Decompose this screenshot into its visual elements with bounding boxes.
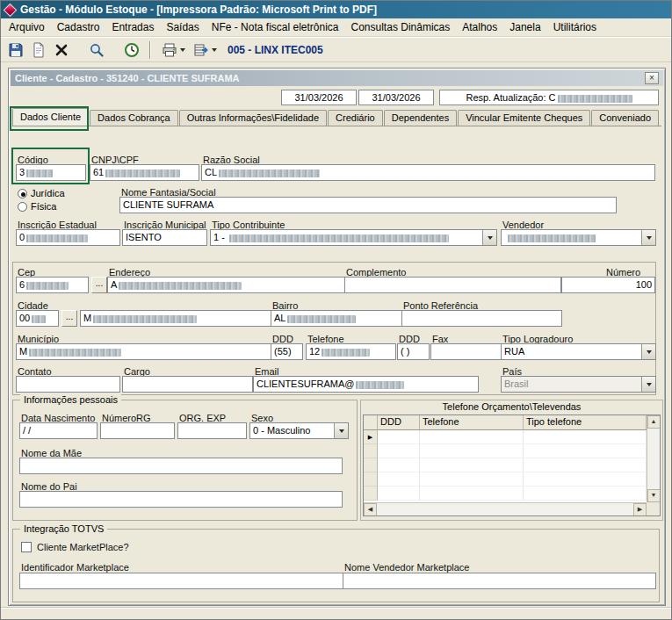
scroll-down-button[interactable]: ▼ — [647, 489, 661, 502]
telefone-field[interactable]: 12 — [306, 343, 396, 360]
cell — [420, 430, 524, 444]
nome-pai-field[interactable] — [19, 491, 343, 508]
numero-rg-field[interactable] — [100, 422, 175, 439]
redacted-text — [26, 282, 69, 290]
scroll-up-button[interactable]: ▲ — [647, 415, 661, 429]
grid-col-ddd: DDD — [378, 415, 420, 430]
inscricao-estadual-field[interactable]: 0 — [16, 229, 120, 246]
cell — [378, 430, 420, 444]
email-field[interactable]: CLIENTESUFRAMA@ — [253, 376, 479, 393]
grid-horizontal-scrollbar[interactable]: ◀ ▶ — [364, 502, 647, 515]
menu-janela[interactable]: Janela — [503, 19, 546, 35]
tab-dependentes[interactable]: Dependentes — [384, 110, 457, 126]
radio-fisica-label: Física — [31, 201, 56, 212]
combo-dropdown-button[interactable] — [482, 230, 496, 245]
redacted-text — [356, 381, 404, 389]
identificador-marketplace-label: Identificador Marketplace — [21, 562, 129, 573]
toolbar: 005 - LINX ITEC005 — [1, 37, 671, 62]
new-record-button[interactable] — [27, 40, 50, 61]
codigo-field[interactable]: 3 — [16, 164, 86, 181]
menu-saidas[interactable]: Saídas — [160, 19, 205, 35]
search-button[interactable] — [85, 40, 108, 61]
cep-field[interactable]: 6 — [16, 277, 89, 293]
print-button[interactable] — [157, 40, 189, 61]
cidade-codigo-field[interactable]: 00 — [16, 310, 59, 327]
tab-vincular-emitente-cheques[interactable]: Vincular Emitente Cheques — [458, 110, 590, 126]
radio-juridica-label: Jurídica — [31, 188, 65, 198]
tab-dados-cobranca[interactable]: Dados Cobrança — [90, 110, 178, 126]
ddd2-field[interactable]: ( ) — [397, 343, 430, 360]
table-row[interactable]: ▶ — [364, 430, 660, 444]
save-button[interactable] — [4, 40, 27, 61]
table-row[interactable] — [364, 472, 660, 487]
scroll-right-button[interactable]: ▶ — [633, 503, 647, 516]
export-button[interactable] — [189, 40, 220, 61]
menu-utilitarios[interactable]: Utilitários — [547, 19, 603, 35]
fax-field[interactable] — [430, 343, 502, 360]
menu-entradas[interactable]: Entradas — [105, 19, 160, 35]
menu-consultas-dinamicas[interactable]: Consultas Dinâmicas — [345, 19, 457, 35]
cnpj-field[interactable]: 61 — [90, 164, 199, 181]
vendedor-combo[interactable] — [501, 229, 656, 246]
menu-cadastro[interactable]: Cadastro — [51, 19, 106, 35]
tab-outras-informacoes[interactable]: Outras Informações\Fidelidade — [179, 110, 327, 126]
grid-vertical-scrollbar[interactable]: ▲ ▼ — [647, 415, 660, 502]
combo-dropdown-button[interactable] — [641, 344, 655, 359]
menubar: Arquivo Cadastro Entradas Saídas NFe - N… — [1, 18, 671, 37]
pais-value: Brasil — [504, 378, 529, 389]
tab-crediario[interactable]: Crediário — [328, 110, 383, 126]
tab-dados-cliente[interactable]: Dados Cliente — [12, 108, 89, 126]
sexo-combo[interactable]: 0 - Masculino — [249, 422, 349, 439]
combo-dropdown-button[interactable] — [641, 230, 655, 245]
tipo-contribuinte-combo[interactable]: 1 - — [210, 229, 497, 246]
inscricao-estadual-value: 0 — [19, 232, 25, 242]
ponto-referencia-field[interactable] — [401, 310, 562, 327]
table-row[interactable] — [364, 444, 660, 458]
cliente-marketplace-checkbox[interactable] — [21, 542, 32, 552]
complemento-field[interactable] — [344, 277, 561, 293]
municipio-field[interactable]: M — [16, 343, 271, 360]
cargo-field[interactable] — [122, 376, 253, 393]
cliente-cadastro-window: Cliente - Cadastro - 351240 - CLIENTE SU… — [8, 68, 666, 606]
nome-mae-field[interactable] — [19, 458, 343, 474]
cidade-lookup-button[interactable]: ... — [61, 310, 77, 327]
contato-field[interactable] — [16, 376, 120, 393]
data-fim-field[interactable]: 31/03/2026 — [358, 90, 434, 105]
razao-social-field[interactable]: CL — [201, 164, 655, 181]
scroll-left-button[interactable]: ◀ — [364, 503, 377, 516]
cell — [524, 444, 647, 458]
menu-arquivo[interactable]: Arquivo — [3, 19, 51, 35]
cep-lookup-button[interactable]: ... — [91, 277, 107, 293]
data-nascimento-field[interactable]: / / — [19, 422, 98, 439]
table-row[interactable] — [364, 487, 660, 501]
inscricao-municipal-field[interactable]: ISENTO — [122, 229, 207, 246]
endereco-value: A — [111, 279, 117, 290]
table-row[interactable] — [364, 458, 660, 472]
radio-fisica[interactable]: Física — [18, 201, 56, 212]
redacted-text — [32, 315, 46, 323]
org-exp-field[interactable] — [177, 422, 247, 439]
clock-button[interactable] — [120, 40, 143, 61]
menu-atalhos[interactable]: Atalhos — [456, 19, 503, 35]
tab-conveniado[interactable]: Conveniado — [591, 110, 659, 126]
radio-juridica[interactable]: Jurídica — [18, 188, 65, 198]
combo-dropdown-button[interactable] — [334, 423, 348, 438]
identificador-marketplace-field[interactable] — [19, 573, 349, 589]
tipo-logradouro-combo[interactable]: RUA — [501, 343, 656, 360]
delete-button[interactable] — [50, 40, 73, 61]
ddd1-field[interactable]: (55) — [271, 343, 303, 360]
endereco-field[interactable]: A — [107, 277, 345, 293]
nome-fantasia-field[interactable]: CLIENTE SUFRAMA — [119, 197, 617, 213]
cell — [524, 458, 647, 472]
row-selector — [364, 458, 378, 472]
numero-field[interactable]: 100 — [561, 277, 655, 293]
cidade-nome-field[interactable]: M — [80, 310, 271, 327]
nome-vendedor-marketplace-field[interactable] — [343, 573, 656, 589]
bairro-field[interactable]: AL — [271, 310, 403, 327]
cep-value: 6 — [19, 279, 25, 290]
close-button[interactable]: × — [645, 72, 659, 84]
menu-nfe[interactable]: NFe - Nota fiscal eletrônica — [206, 19, 345, 35]
data-inicio-field[interactable]: 31/03/2026 — [281, 90, 357, 105]
chevron-down-icon — [488, 236, 493, 240]
cell — [378, 458, 420, 472]
